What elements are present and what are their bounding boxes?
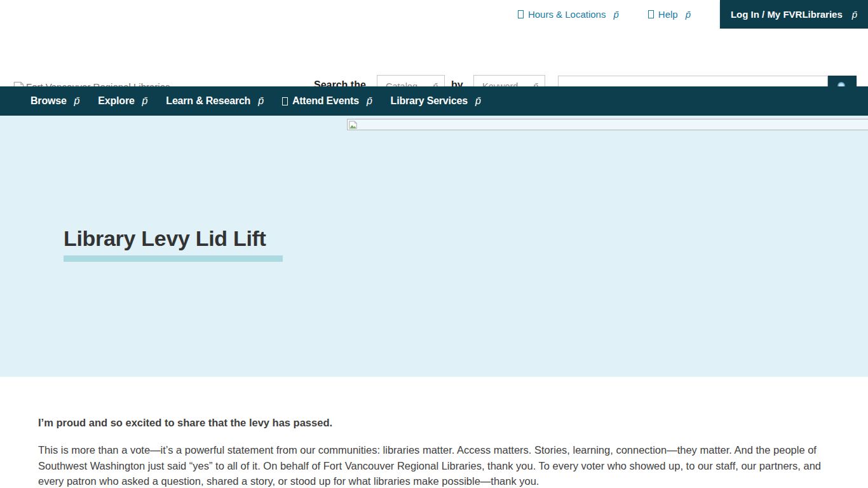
dropdown-caret-icon: p̄ bbox=[367, 95, 372, 107]
missing-glyph-icon bbox=[518, 10, 524, 18]
nav-item-browse[interactable]: Browse p̄ bbox=[31, 95, 79, 107]
hours-locations-link[interactable]: Hours & Locations p̄ bbox=[518, 9, 619, 20]
missing-glyph-icon bbox=[648, 10, 654, 18]
hours-locations-label: Hours & Locations bbox=[528, 9, 606, 20]
main-nav: Browse p̄ Explore p̄ Learn & Research p̄… bbox=[0, 86, 868, 116]
help-label: Help bbox=[658, 9, 678, 20]
article-body: I’m proud and so excited to share that t… bbox=[0, 377, 868, 488]
external-link-icon: p̄ bbox=[686, 9, 691, 20]
dropdown-caret-icon: p̄ bbox=[258, 95, 264, 107]
help-link[interactable]: Help p̄ bbox=[648, 9, 691, 20]
nav-label: Attend Events bbox=[292, 95, 359, 107]
nav-label: Library Services bbox=[391, 95, 468, 107]
page-title: Library Levy Lid Lift bbox=[64, 226, 266, 251]
hero-broken-image bbox=[347, 119, 868, 130]
topbar: Hours & Locations p̄ Help p̄ Log In / My… bbox=[0, 0, 868, 29]
dropdown-caret-icon: p̄ bbox=[475, 95, 481, 107]
hero-banner: Library Levy Lid Lift bbox=[0, 116, 868, 377]
login-label: Log In / My FVRLibraries bbox=[731, 9, 843, 20]
external-link-icon: p̄ bbox=[852, 9, 857, 20]
external-link-icon: p̄ bbox=[613, 9, 618, 20]
nav-label: Browse bbox=[31, 95, 67, 107]
title-underline-bar bbox=[64, 255, 283, 262]
nav-item-learn-research[interactable]: Learn & Research p̄ bbox=[166, 95, 264, 107]
nav-label: Explore bbox=[98, 95, 134, 107]
login-button[interactable]: Log In / My FVRLibraries p̄ bbox=[720, 0, 868, 29]
lead-sentence: I’m proud and so excited to share that t… bbox=[38, 417, 332, 429]
missing-glyph-icon bbox=[282, 97, 288, 105]
page: Hours & Locations p̄ Help p̄ Log In / My… bbox=[0, 0, 868, 488]
nav-item-library-services[interactable]: Library Services p̄ bbox=[391, 95, 481, 107]
nav-item-explore[interactable]: Explore p̄ bbox=[98, 95, 147, 107]
broken-image-icon bbox=[348, 120, 358, 130]
nav-item-attend-events[interactable]: Attend Events p̄ bbox=[282, 95, 372, 107]
dropdown-caret-icon: p̄ bbox=[74, 95, 80, 107]
dropdown-caret-icon: p̄ bbox=[142, 95, 148, 107]
site-header: Fort Vancouver Regional Libraries Search… bbox=[0, 29, 868, 86]
nav-label: Learn & Research bbox=[166, 95, 250, 107]
body-paragraph: This is more than a vote—it’s a powerful… bbox=[38, 442, 830, 488]
